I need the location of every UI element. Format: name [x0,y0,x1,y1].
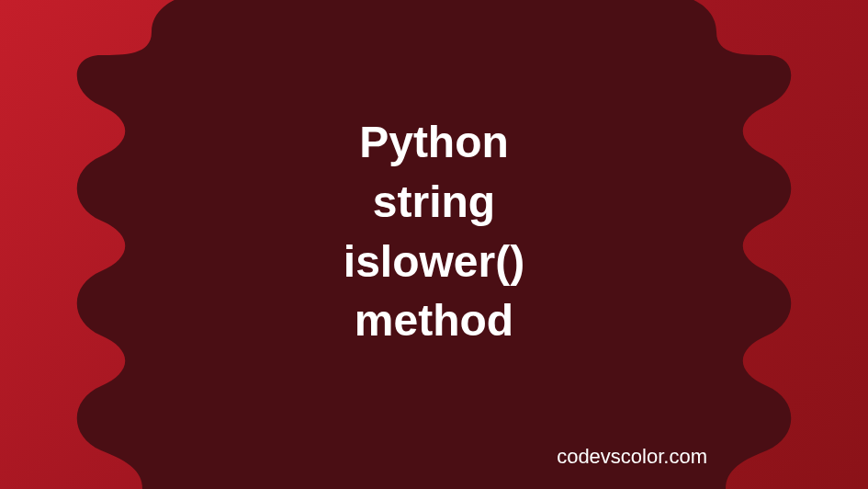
hero-banner: Python string islower() method codevscol… [0,0,868,489]
website-attribution: codevscolor.com [557,445,707,469]
title-line-2: string [344,173,524,233]
main-title: Python string islower() method [344,113,524,351]
title-line-3: islower() [344,233,524,292]
title-line-1: Python [344,113,524,173]
title-line-4: method [344,292,524,352]
